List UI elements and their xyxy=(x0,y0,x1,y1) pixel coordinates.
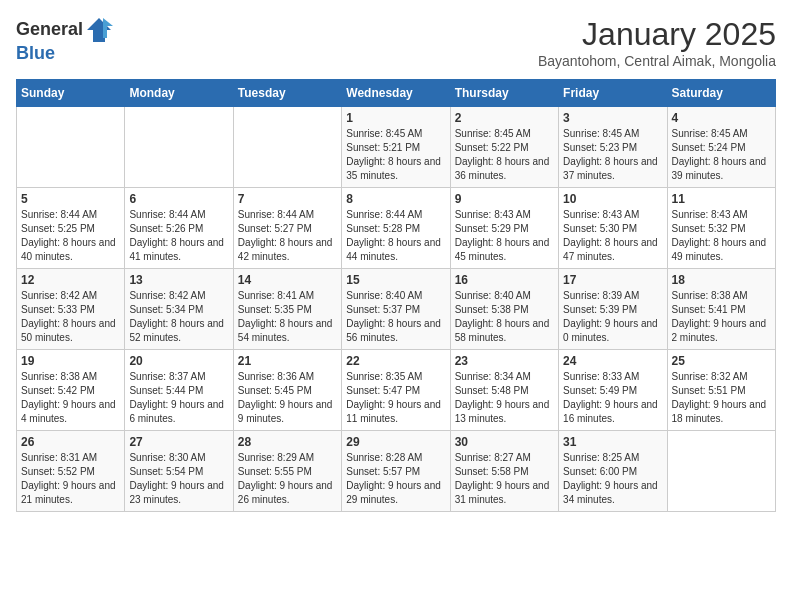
day-number: 13 xyxy=(129,273,228,287)
calendar-cell: 22Sunrise: 8:35 AM Sunset: 5:47 PM Dayli… xyxy=(342,350,450,431)
calendar-cell: 14Sunrise: 8:41 AM Sunset: 5:35 PM Dayli… xyxy=(233,269,341,350)
calendar-cell: 5Sunrise: 8:44 AM Sunset: 5:25 PM Daylig… xyxy=(17,188,125,269)
day-number: 26 xyxy=(21,435,120,449)
day-info: Sunrise: 8:42 AM Sunset: 5:33 PM Dayligh… xyxy=(21,289,120,345)
calendar-cell: 24Sunrise: 8:33 AM Sunset: 5:49 PM Dayli… xyxy=(559,350,667,431)
day-info: Sunrise: 8:37 AM Sunset: 5:44 PM Dayligh… xyxy=(129,370,228,426)
day-info: Sunrise: 8:42 AM Sunset: 5:34 PM Dayligh… xyxy=(129,289,228,345)
calendar-cell xyxy=(17,107,125,188)
day-info: Sunrise: 8:40 AM Sunset: 5:38 PM Dayligh… xyxy=(455,289,554,345)
day-number: 9 xyxy=(455,192,554,206)
day-number: 27 xyxy=(129,435,228,449)
day-info: Sunrise: 8:43 AM Sunset: 5:29 PM Dayligh… xyxy=(455,208,554,264)
logo-general: General xyxy=(16,20,83,40)
calendar-cell: 30Sunrise: 8:27 AM Sunset: 5:58 PM Dayli… xyxy=(450,431,558,512)
day-info: Sunrise: 8:38 AM Sunset: 5:42 PM Dayligh… xyxy=(21,370,120,426)
day-info: Sunrise: 8:27 AM Sunset: 5:58 PM Dayligh… xyxy=(455,451,554,507)
calendar-cell: 31Sunrise: 8:25 AM Sunset: 6:00 PM Dayli… xyxy=(559,431,667,512)
day-info: Sunrise: 8:33 AM Sunset: 5:49 PM Dayligh… xyxy=(563,370,662,426)
calendar-cell: 16Sunrise: 8:40 AM Sunset: 5:38 PM Dayli… xyxy=(450,269,558,350)
column-header-wednesday: Wednesday xyxy=(342,80,450,107)
day-number: 6 xyxy=(129,192,228,206)
day-number: 29 xyxy=(346,435,445,449)
day-number: 4 xyxy=(672,111,771,125)
calendar-cell xyxy=(667,431,775,512)
month-year-title: January 2025 xyxy=(538,16,776,53)
logo: General Blue xyxy=(16,16,113,64)
day-number: 23 xyxy=(455,354,554,368)
calendar-cell: 20Sunrise: 8:37 AM Sunset: 5:44 PM Dayli… xyxy=(125,350,233,431)
day-number: 5 xyxy=(21,192,120,206)
week-row-3: 12Sunrise: 8:42 AM Sunset: 5:33 PM Dayli… xyxy=(17,269,776,350)
day-info: Sunrise: 8:40 AM Sunset: 5:37 PM Dayligh… xyxy=(346,289,445,345)
day-info: Sunrise: 8:43 AM Sunset: 5:32 PM Dayligh… xyxy=(672,208,771,264)
column-header-thursday: Thursday xyxy=(450,80,558,107)
calendar-cell: 18Sunrise: 8:38 AM Sunset: 5:41 PM Dayli… xyxy=(667,269,775,350)
day-number: 25 xyxy=(672,354,771,368)
day-info: Sunrise: 8:30 AM Sunset: 5:54 PM Dayligh… xyxy=(129,451,228,507)
calendar-cell: 7Sunrise: 8:44 AM Sunset: 5:27 PM Daylig… xyxy=(233,188,341,269)
calendar-cell: 1Sunrise: 8:45 AM Sunset: 5:21 PM Daylig… xyxy=(342,107,450,188)
day-number: 30 xyxy=(455,435,554,449)
week-row-2: 5Sunrise: 8:44 AM Sunset: 5:25 PM Daylig… xyxy=(17,188,776,269)
day-info: Sunrise: 8:38 AM Sunset: 5:41 PM Dayligh… xyxy=(672,289,771,345)
day-info: Sunrise: 8:45 AM Sunset: 5:23 PM Dayligh… xyxy=(563,127,662,183)
calendar-cell: 21Sunrise: 8:36 AM Sunset: 5:45 PM Dayli… xyxy=(233,350,341,431)
week-row-4: 19Sunrise: 8:38 AM Sunset: 5:42 PM Dayli… xyxy=(17,350,776,431)
day-info: Sunrise: 8:36 AM Sunset: 5:45 PM Dayligh… xyxy=(238,370,337,426)
day-number: 1 xyxy=(346,111,445,125)
day-info: Sunrise: 8:44 AM Sunset: 5:25 PM Dayligh… xyxy=(21,208,120,264)
calendar-cell: 12Sunrise: 8:42 AM Sunset: 5:33 PM Dayli… xyxy=(17,269,125,350)
day-number: 2 xyxy=(455,111,554,125)
day-number: 11 xyxy=(672,192,771,206)
calendar-cell: 25Sunrise: 8:32 AM Sunset: 5:51 PM Dayli… xyxy=(667,350,775,431)
calendar-cell: 29Sunrise: 8:28 AM Sunset: 5:57 PM Dayli… xyxy=(342,431,450,512)
calendar-cell: 3Sunrise: 8:45 AM Sunset: 5:23 PM Daylig… xyxy=(559,107,667,188)
day-number: 22 xyxy=(346,354,445,368)
day-info: Sunrise: 8:45 AM Sunset: 5:24 PM Dayligh… xyxy=(672,127,771,183)
day-info: Sunrise: 8:44 AM Sunset: 5:26 PM Dayligh… xyxy=(129,208,228,264)
day-info: Sunrise: 8:45 AM Sunset: 5:22 PM Dayligh… xyxy=(455,127,554,183)
day-info: Sunrise: 8:44 AM Sunset: 5:27 PM Dayligh… xyxy=(238,208,337,264)
calendar-cell: 11Sunrise: 8:43 AM Sunset: 5:32 PM Dayli… xyxy=(667,188,775,269)
calendar-cell: 8Sunrise: 8:44 AM Sunset: 5:28 PM Daylig… xyxy=(342,188,450,269)
day-info: Sunrise: 8:31 AM Sunset: 5:52 PM Dayligh… xyxy=(21,451,120,507)
calendar-table: SundayMondayTuesdayWednesdayThursdayFrid… xyxy=(16,79,776,512)
calendar-cell: 10Sunrise: 8:43 AM Sunset: 5:30 PM Dayli… xyxy=(559,188,667,269)
calendar-cell: 4Sunrise: 8:45 AM Sunset: 5:24 PM Daylig… xyxy=(667,107,775,188)
day-number: 19 xyxy=(21,354,120,368)
calendar-cell: 6Sunrise: 8:44 AM Sunset: 5:26 PM Daylig… xyxy=(125,188,233,269)
day-info: Sunrise: 8:25 AM Sunset: 6:00 PM Dayligh… xyxy=(563,451,662,507)
week-row-5: 26Sunrise: 8:31 AM Sunset: 5:52 PM Dayli… xyxy=(17,431,776,512)
logo-blue: Blue xyxy=(16,44,113,64)
day-number: 15 xyxy=(346,273,445,287)
day-number: 18 xyxy=(672,273,771,287)
day-number: 17 xyxy=(563,273,662,287)
day-info: Sunrise: 8:45 AM Sunset: 5:21 PM Dayligh… xyxy=(346,127,445,183)
header-row: SundayMondayTuesdayWednesdayThursdayFrid… xyxy=(17,80,776,107)
day-number: 24 xyxy=(563,354,662,368)
day-number: 12 xyxy=(21,273,120,287)
day-info: Sunrise: 8:43 AM Sunset: 5:30 PM Dayligh… xyxy=(563,208,662,264)
column-header-monday: Monday xyxy=(125,80,233,107)
page-header: General Blue January 2025 Bayantohom, Ce… xyxy=(16,16,776,69)
day-info: Sunrise: 8:32 AM Sunset: 5:51 PM Dayligh… xyxy=(672,370,771,426)
column-header-friday: Friday xyxy=(559,80,667,107)
logo-icon xyxy=(85,16,113,44)
day-number: 3 xyxy=(563,111,662,125)
location-subtitle: Bayantohom, Central Aimak, Mongolia xyxy=(538,53,776,69)
calendar-cell: 9Sunrise: 8:43 AM Sunset: 5:29 PM Daylig… xyxy=(450,188,558,269)
calendar-cell: 17Sunrise: 8:39 AM Sunset: 5:39 PM Dayli… xyxy=(559,269,667,350)
day-info: Sunrise: 8:41 AM Sunset: 5:35 PM Dayligh… xyxy=(238,289,337,345)
calendar-cell xyxy=(125,107,233,188)
day-number: 16 xyxy=(455,273,554,287)
column-header-sunday: Sunday xyxy=(17,80,125,107)
calendar-cell: 23Sunrise: 8:34 AM Sunset: 5:48 PM Dayli… xyxy=(450,350,558,431)
column-header-tuesday: Tuesday xyxy=(233,80,341,107)
calendar-cell: 27Sunrise: 8:30 AM Sunset: 5:54 PM Dayli… xyxy=(125,431,233,512)
day-info: Sunrise: 8:44 AM Sunset: 5:28 PM Dayligh… xyxy=(346,208,445,264)
calendar-cell: 19Sunrise: 8:38 AM Sunset: 5:42 PM Dayli… xyxy=(17,350,125,431)
day-info: Sunrise: 8:34 AM Sunset: 5:48 PM Dayligh… xyxy=(455,370,554,426)
day-info: Sunrise: 8:39 AM Sunset: 5:39 PM Dayligh… xyxy=(563,289,662,345)
day-number: 28 xyxy=(238,435,337,449)
